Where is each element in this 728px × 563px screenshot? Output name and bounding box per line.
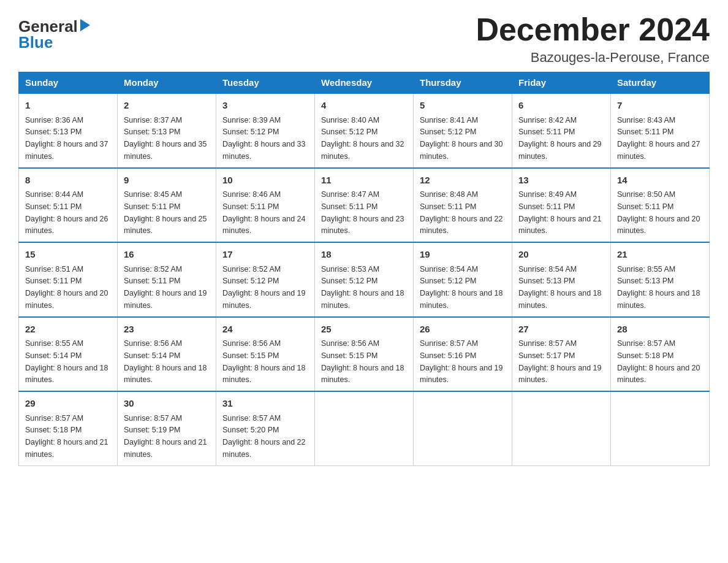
logo-general-text: General xyxy=(18,18,78,34)
day-number: 8 xyxy=(25,174,111,188)
day-number: 10 xyxy=(222,174,308,188)
calendar-cell: 23Sunrise: 8:56 AMSunset: 5:14 PMDayligh… xyxy=(118,317,216,392)
calendar-cell: 2Sunrise: 8:37 AMSunset: 5:13 PMDaylight… xyxy=(118,93,216,168)
day-number: 17 xyxy=(222,248,308,262)
calendar-cell: 30Sunrise: 8:57 AMSunset: 5:19 PMDayligh… xyxy=(118,391,216,465)
day-info: Sunrise: 8:39 AMSunset: 5:12 PMDaylight:… xyxy=(222,116,306,161)
day-info: Sunrise: 8:57 AMSunset: 5:18 PMDaylight:… xyxy=(617,339,700,384)
month-title: December 2024 xyxy=(476,12,710,47)
day-info: Sunrise: 8:55 AMSunset: 5:14 PMDaylight:… xyxy=(25,339,108,384)
calendar-cell: 18Sunrise: 8:53 AMSunset: 5:12 PMDayligh… xyxy=(315,242,414,317)
day-number: 2 xyxy=(124,99,210,113)
day-info: Sunrise: 8:45 AMSunset: 5:11 PMDaylight:… xyxy=(124,190,207,235)
calendar-cell: 20Sunrise: 8:54 AMSunset: 5:13 PMDayligh… xyxy=(512,242,611,317)
logo-blue-text: Blue xyxy=(18,34,53,50)
calendar-cell: 22Sunrise: 8:55 AMSunset: 5:14 PMDayligh… xyxy=(19,317,118,392)
day-info: Sunrise: 8:57 AMSunset: 5:16 PMDaylight:… xyxy=(420,339,503,384)
day-number: 7 xyxy=(617,99,703,113)
day-number: 9 xyxy=(124,174,210,188)
day-info: Sunrise: 8:49 AMSunset: 5:11 PMDaylight:… xyxy=(518,190,602,235)
calendar-cell: 11Sunrise: 8:47 AMSunset: 5:11 PMDayligh… xyxy=(315,168,414,243)
day-info: Sunrise: 8:52 AMSunset: 5:12 PMDaylight:… xyxy=(222,265,306,310)
day-header-sunday: Sunday xyxy=(19,72,118,94)
day-number: 12 xyxy=(420,174,506,188)
calendar-cell: 5Sunrise: 8:41 AMSunset: 5:12 PMDaylight… xyxy=(414,93,512,168)
day-info: Sunrise: 8:55 AMSunset: 5:13 PMDaylight:… xyxy=(617,265,700,310)
calendar-cell xyxy=(512,391,611,465)
calendar-body: 1Sunrise: 8:36 AMSunset: 5:13 PMDaylight… xyxy=(19,93,710,465)
day-info: Sunrise: 8:36 AMSunset: 5:13 PMDaylight:… xyxy=(25,116,108,161)
day-number: 18 xyxy=(321,248,407,262)
calendar-cell: 21Sunrise: 8:55 AMSunset: 5:13 PMDayligh… xyxy=(611,242,710,317)
calendar-cell: 9Sunrise: 8:45 AMSunset: 5:11 PMDaylight… xyxy=(118,168,216,243)
day-number: 13 xyxy=(518,174,604,188)
calendar-cell: 24Sunrise: 8:56 AMSunset: 5:15 PMDayligh… xyxy=(216,317,315,392)
calendar-week-5: 29Sunrise: 8:57 AMSunset: 5:18 PMDayligh… xyxy=(19,391,710,465)
day-number: 30 xyxy=(124,397,210,411)
day-info: Sunrise: 8:40 AMSunset: 5:12 PMDaylight:… xyxy=(321,116,404,161)
calendar-cell: 19Sunrise: 8:54 AMSunset: 5:12 PMDayligh… xyxy=(414,242,512,317)
header-row: SundayMondayTuesdayWednesdayThursdayFrid… xyxy=(19,72,710,94)
calendar-cell: 3Sunrise: 8:39 AMSunset: 5:12 PMDaylight… xyxy=(216,93,315,168)
day-info: Sunrise: 8:57 AMSunset: 5:18 PMDaylight:… xyxy=(25,414,108,459)
day-info: Sunrise: 8:57 AMSunset: 5:19 PMDaylight:… xyxy=(124,414,207,459)
day-info: Sunrise: 8:41 AMSunset: 5:12 PMDaylight:… xyxy=(420,116,503,161)
calendar-cell: 1Sunrise: 8:36 AMSunset: 5:13 PMDaylight… xyxy=(19,93,118,168)
calendar-cell: 31Sunrise: 8:57 AMSunset: 5:20 PMDayligh… xyxy=(216,391,315,465)
day-info: Sunrise: 8:57 AMSunset: 5:20 PMDaylight:… xyxy=(222,414,306,459)
day-number: 6 xyxy=(518,99,604,113)
calendar-cell: 16Sunrise: 8:52 AMSunset: 5:11 PMDayligh… xyxy=(118,242,216,317)
day-info: Sunrise: 8:48 AMSunset: 5:11 PMDaylight:… xyxy=(420,190,503,235)
day-header-saturday: Saturday xyxy=(611,72,710,94)
day-info: Sunrise: 8:57 AMSunset: 5:17 PMDaylight:… xyxy=(518,339,602,384)
day-number: 20 xyxy=(518,248,604,262)
day-info: Sunrise: 8:47 AMSunset: 5:11 PMDaylight:… xyxy=(321,190,404,235)
calendar-week-2: 8Sunrise: 8:44 AMSunset: 5:11 PMDaylight… xyxy=(19,168,710,243)
calendar-cell: 10Sunrise: 8:46 AMSunset: 5:11 PMDayligh… xyxy=(216,168,315,243)
calendar-cell xyxy=(315,391,414,465)
calendar-cell xyxy=(414,391,512,465)
day-number: 21 xyxy=(617,248,703,262)
logo: General Blue xyxy=(18,12,90,50)
day-number: 14 xyxy=(617,174,703,188)
calendar-cell: 6Sunrise: 8:42 AMSunset: 5:11 PMDaylight… xyxy=(512,93,611,168)
day-number: 3 xyxy=(222,99,308,113)
calendar-cell: 17Sunrise: 8:52 AMSunset: 5:12 PMDayligh… xyxy=(216,242,315,317)
day-header-monday: Monday xyxy=(118,72,216,94)
day-number: 11 xyxy=(321,174,407,188)
day-info: Sunrise: 8:50 AMSunset: 5:11 PMDaylight:… xyxy=(617,190,700,235)
calendar-cell: 12Sunrise: 8:48 AMSunset: 5:11 PMDayligh… xyxy=(414,168,512,243)
calendar-cell: 29Sunrise: 8:57 AMSunset: 5:18 PMDayligh… xyxy=(19,391,118,465)
day-info: Sunrise: 8:51 AMSunset: 5:11 PMDaylight:… xyxy=(25,265,108,310)
day-number: 24 xyxy=(222,323,308,337)
day-number: 1 xyxy=(25,99,111,113)
calendar-cell: 13Sunrise: 8:49 AMSunset: 5:11 PMDayligh… xyxy=(512,168,611,243)
day-number: 16 xyxy=(124,248,210,262)
day-info: Sunrise: 8:37 AMSunset: 5:13 PMDaylight:… xyxy=(124,116,207,161)
day-header-wednesday: Wednesday xyxy=(315,72,414,94)
day-info: Sunrise: 8:43 AMSunset: 5:11 PMDaylight:… xyxy=(617,116,700,161)
calendar-cell: 4Sunrise: 8:40 AMSunset: 5:12 PMDaylight… xyxy=(315,93,414,168)
calendar-cell: 7Sunrise: 8:43 AMSunset: 5:11 PMDaylight… xyxy=(611,93,710,168)
day-info: Sunrise: 8:46 AMSunset: 5:11 PMDaylight:… xyxy=(222,190,306,235)
day-number: 15 xyxy=(25,248,111,262)
day-info: Sunrise: 8:53 AMSunset: 5:12 PMDaylight:… xyxy=(321,265,404,310)
calendar-table: SundayMondayTuesdayWednesdayThursdayFrid… xyxy=(18,72,710,466)
calendar-cell: 28Sunrise: 8:57 AMSunset: 5:18 PMDayligh… xyxy=(611,317,710,392)
day-info: Sunrise: 8:56 AMSunset: 5:15 PMDaylight:… xyxy=(222,339,306,384)
calendar-cell: 15Sunrise: 8:51 AMSunset: 5:11 PMDayligh… xyxy=(19,242,118,317)
day-number: 23 xyxy=(124,323,210,337)
location-label: Bazouges-la-Perouse, France xyxy=(476,50,710,66)
calendar-week-1: 1Sunrise: 8:36 AMSunset: 5:13 PMDaylight… xyxy=(19,93,710,168)
day-info: Sunrise: 8:52 AMSunset: 5:11 PMDaylight:… xyxy=(124,265,207,310)
day-info: Sunrise: 8:44 AMSunset: 5:11 PMDaylight:… xyxy=(25,190,108,235)
day-info: Sunrise: 8:54 AMSunset: 5:12 PMDaylight:… xyxy=(420,265,503,310)
day-info: Sunrise: 8:42 AMSunset: 5:11 PMDaylight:… xyxy=(518,116,602,161)
day-number: 4 xyxy=(321,99,407,113)
day-header-thursday: Thursday xyxy=(414,72,512,94)
calendar-cell xyxy=(611,391,710,465)
title-block: December 2024 Bazouges-la-Perouse, Franc… xyxy=(476,12,710,66)
day-number: 28 xyxy=(617,323,703,337)
day-number: 19 xyxy=(420,248,506,262)
day-number: 29 xyxy=(25,397,111,411)
